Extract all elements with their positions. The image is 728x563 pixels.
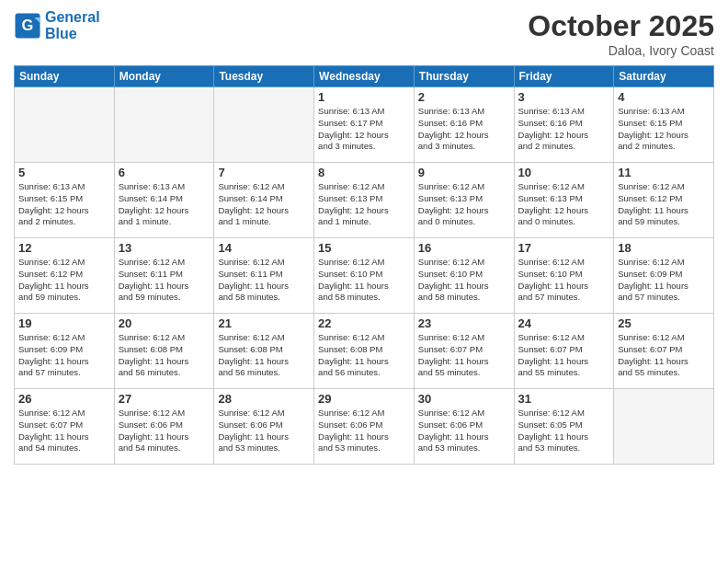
day-number: 24 bbox=[518, 316, 610, 330]
weekday-header-thursday: Thursday bbox=[414, 66, 514, 87]
day-cell: 15Sunrise: 6:12 AM Sunset: 6:10 PM Dayli… bbox=[314, 238, 415, 314]
day-cell: 10Sunrise: 6:12 AM Sunset: 6:13 PM Dayli… bbox=[514, 163, 614, 238]
day-info: Sunrise: 6:12 AM Sunset: 6:09 PM Dayligh… bbox=[618, 257, 710, 304]
day-info: Sunrise: 6:13 AM Sunset: 6:15 PM Dayligh… bbox=[618, 106, 710, 153]
day-cell: 18Sunrise: 6:12 AM Sunset: 6:09 PM Dayli… bbox=[614, 238, 714, 314]
weekday-header-tuesday: Tuesday bbox=[214, 66, 314, 87]
day-cell: 3Sunrise: 6:13 AM Sunset: 6:16 PM Daylig… bbox=[514, 87, 614, 163]
day-cell bbox=[614, 389, 714, 465]
day-info: Sunrise: 6:12 AM Sunset: 6:13 PM Dayligh… bbox=[518, 181, 610, 228]
day-number: 22 bbox=[318, 316, 410, 330]
weekday-header-wednesday: Wednesday bbox=[314, 66, 415, 87]
weekday-header-friday: Friday bbox=[514, 66, 614, 87]
day-number: 6 bbox=[119, 166, 210, 179]
day-cell: 29Sunrise: 6:12 AM Sunset: 6:06 PM Dayli… bbox=[314, 389, 415, 465]
day-number: 5 bbox=[18, 166, 110, 179]
page: G General Blue October 2025 Daloa, Ivory… bbox=[0, 0, 728, 563]
day-cell: 2Sunrise: 6:13 AM Sunset: 6:16 PM Daylig… bbox=[414, 87, 514, 163]
day-cell bbox=[114, 87, 214, 163]
day-info: Sunrise: 6:12 AM Sunset: 6:13 PM Dayligh… bbox=[318, 181, 410, 228]
day-info: Sunrise: 6:12 AM Sunset: 6:05 PM Dayligh… bbox=[518, 408, 610, 454]
day-number: 31 bbox=[518, 392, 610, 406]
day-cell: 6Sunrise: 6:13 AM Sunset: 6:14 PM Daylig… bbox=[114, 163, 214, 238]
day-info: Sunrise: 6:12 AM Sunset: 6:06 PM Dayligh… bbox=[119, 408, 210, 454]
day-number: 19 bbox=[18, 316, 110, 330]
day-cell: 26Sunrise: 6:12 AM Sunset: 6:07 PM Dayli… bbox=[15, 389, 115, 465]
day-number: 3 bbox=[518, 90, 610, 104]
day-cell: 7Sunrise: 6:12 AM Sunset: 6:14 PM Daylig… bbox=[214, 163, 314, 238]
week-row-2: 12Sunrise: 6:12 AM Sunset: 6:12 PM Dayli… bbox=[15, 238, 714, 314]
day-cell: 4Sunrise: 6:13 AM Sunset: 6:15 PM Daylig… bbox=[614, 87, 714, 163]
day-info: Sunrise: 6:12 AM Sunset: 6:07 PM Dayligh… bbox=[618, 332, 710, 379]
day-cell: 21Sunrise: 6:12 AM Sunset: 6:08 PM Dayli… bbox=[214, 314, 314, 389]
weekday-header-sunday: Sunday bbox=[15, 66, 115, 87]
header: G General Blue October 2025 Daloa, Ivory… bbox=[14, 9, 714, 58]
day-cell: 30Sunrise: 6:12 AM Sunset: 6:06 PM Dayli… bbox=[414, 389, 514, 465]
day-info: Sunrise: 6:12 AM Sunset: 6:07 PM Dayligh… bbox=[518, 332, 610, 379]
day-info: Sunrise: 6:12 AM Sunset: 6:08 PM Dayligh… bbox=[119, 332, 210, 379]
day-info: Sunrise: 6:13 AM Sunset: 6:14 PM Dayligh… bbox=[119, 181, 210, 228]
day-info: Sunrise: 6:12 AM Sunset: 6:10 PM Dayligh… bbox=[318, 257, 410, 304]
day-info: Sunrise: 6:12 AM Sunset: 6:12 PM Dayligh… bbox=[618, 181, 710, 228]
day-cell: 13Sunrise: 6:12 AM Sunset: 6:11 PM Dayli… bbox=[114, 238, 214, 314]
day-number: 13 bbox=[119, 241, 210, 255]
day-info: Sunrise: 6:12 AM Sunset: 6:06 PM Dayligh… bbox=[418, 408, 510, 454]
day-info: Sunrise: 6:12 AM Sunset: 6:10 PM Dayligh… bbox=[418, 257, 510, 304]
week-row-4: 26Sunrise: 6:12 AM Sunset: 6:07 PM Dayli… bbox=[15, 389, 714, 465]
day-number: 9 bbox=[418, 166, 510, 179]
day-number: 1 bbox=[318, 90, 410, 104]
day-info: Sunrise: 6:13 AM Sunset: 6:15 PM Dayligh… bbox=[18, 181, 110, 228]
day-number: 25 bbox=[618, 316, 710, 330]
day-info: Sunrise: 6:12 AM Sunset: 6:09 PM Dayligh… bbox=[18, 332, 110, 379]
day-number: 29 bbox=[318, 392, 410, 406]
day-cell: 5Sunrise: 6:13 AM Sunset: 6:15 PM Daylig… bbox=[15, 163, 115, 238]
logo: G General Blue bbox=[14, 9, 100, 42]
day-cell: 19Sunrise: 6:12 AM Sunset: 6:09 PM Dayli… bbox=[15, 314, 115, 389]
day-number: 14 bbox=[218, 241, 310, 255]
week-row-1: 5Sunrise: 6:13 AM Sunset: 6:15 PM Daylig… bbox=[15, 163, 714, 238]
day-number: 10 bbox=[518, 166, 610, 179]
weekday-header-row: SundayMondayTuesdayWednesdayThursdayFrid… bbox=[15, 66, 714, 87]
day-cell: 27Sunrise: 6:12 AM Sunset: 6:06 PM Dayli… bbox=[114, 389, 214, 465]
day-info: Sunrise: 6:12 AM Sunset: 6:13 PM Dayligh… bbox=[418, 181, 510, 228]
day-cell: 28Sunrise: 6:12 AM Sunset: 6:06 PM Dayli… bbox=[214, 389, 314, 465]
day-cell: 9Sunrise: 6:12 AM Sunset: 6:13 PM Daylig… bbox=[414, 163, 514, 238]
day-cell bbox=[15, 87, 115, 163]
day-number: 30 bbox=[418, 392, 510, 406]
day-number: 17 bbox=[518, 241, 610, 255]
day-cell: 17Sunrise: 6:12 AM Sunset: 6:10 PM Dayli… bbox=[514, 238, 614, 314]
logo-icon: G bbox=[14, 12, 41, 40]
day-cell: 1Sunrise: 6:13 AM Sunset: 6:17 PM Daylig… bbox=[314, 87, 415, 163]
day-cell bbox=[214, 87, 314, 163]
day-cell: 24Sunrise: 6:12 AM Sunset: 6:07 PM Dayli… bbox=[514, 314, 614, 389]
day-info: Sunrise: 6:12 AM Sunset: 6:07 PM Dayligh… bbox=[418, 332, 510, 379]
day-number: 7 bbox=[218, 166, 310, 179]
day-info: Sunrise: 6:12 AM Sunset: 6:10 PM Dayligh… bbox=[518, 257, 610, 304]
day-info: Sunrise: 6:12 AM Sunset: 6:06 PM Dayligh… bbox=[218, 408, 310, 454]
day-number: 16 bbox=[418, 241, 510, 255]
day-number: 28 bbox=[218, 392, 310, 406]
calendar: SundayMondayTuesdayWednesdayThursdayFrid… bbox=[14, 65, 714, 465]
day-number: 21 bbox=[218, 316, 310, 330]
location: Daloa, Ivory Coast bbox=[528, 43, 714, 58]
day-number: 2 bbox=[418, 90, 510, 104]
day-info: Sunrise: 6:12 AM Sunset: 6:07 PM Dayligh… bbox=[18, 408, 110, 454]
month-title: October 2025 bbox=[528, 9, 714, 43]
day-number: 11 bbox=[618, 166, 710, 179]
day-cell: 16Sunrise: 6:12 AM Sunset: 6:10 PM Dayli… bbox=[414, 238, 514, 314]
day-number: 12 bbox=[18, 241, 110, 255]
day-number: 4 bbox=[618, 90, 710, 104]
day-info: Sunrise: 6:12 AM Sunset: 6:08 PM Dayligh… bbox=[318, 332, 410, 379]
day-info: Sunrise: 6:13 AM Sunset: 6:16 PM Dayligh… bbox=[418, 106, 510, 153]
day-number: 15 bbox=[318, 241, 410, 255]
day-cell: 14Sunrise: 6:12 AM Sunset: 6:11 PM Dayli… bbox=[214, 238, 314, 314]
day-cell: 20Sunrise: 6:12 AM Sunset: 6:08 PM Dayli… bbox=[114, 314, 214, 389]
day-info: Sunrise: 6:12 AM Sunset: 6:14 PM Dayligh… bbox=[218, 181, 310, 228]
week-row-3: 19Sunrise: 6:12 AM Sunset: 6:09 PM Dayli… bbox=[15, 314, 714, 389]
day-info: Sunrise: 6:12 AM Sunset: 6:11 PM Dayligh… bbox=[218, 257, 310, 304]
day-cell: 23Sunrise: 6:12 AM Sunset: 6:07 PM Dayli… bbox=[414, 314, 514, 389]
day-number: 8 bbox=[318, 166, 410, 179]
day-info: Sunrise: 6:12 AM Sunset: 6:08 PM Dayligh… bbox=[218, 332, 310, 379]
weekday-header-monday: Monday bbox=[114, 66, 214, 87]
day-number: 27 bbox=[119, 392, 210, 406]
